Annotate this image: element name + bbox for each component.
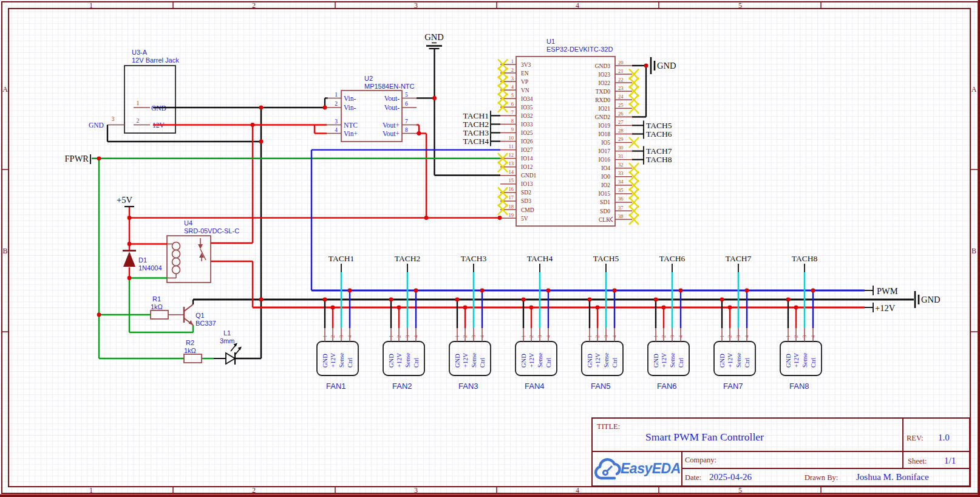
refdes[interactable]: L1 [223,329,231,337]
label: 20 [618,60,624,66]
fan-pin-name: Ctrl [678,358,684,368]
value[interactable]: SRD-05VDC-SL-C [184,227,239,235]
net-label-pwm[interactable]: PWM [877,286,898,296]
value[interactable]: BC337 [196,320,216,327]
barrel-jack-body[interactable] [124,66,175,133]
fan-name[interactable]: FAN7 [723,382,743,391]
pin-name: TXD0 [596,89,611,95]
fan-name[interactable]: FAN1 [326,382,346,391]
junction-dot [323,106,327,110]
junction-dot [596,306,600,310]
pin-name: IO19 [598,123,610,129]
net-label-gnd[interactable]: GND [921,295,940,304]
fan-name[interactable]: FAN5 [591,382,611,391]
pin-name: IO15 [598,191,610,197]
net-label-tach[interactable]: TACH5 [646,121,672,130]
label: 1 [653,335,659,338]
fan-name[interactable]: FAN6 [657,382,677,391]
pin-name: Vout+ [383,130,400,137]
label: 5 [511,92,514,98]
label: 2 [511,67,514,73]
net-label-gnd[interactable]: GND [424,32,443,42]
fan-name[interactable]: FAN3 [458,382,478,391]
net-label-tach[interactable]: TACH4 [463,137,489,146]
fan-pin-name: Sense [669,352,676,368]
drawn-by-value[interactable]: Joshua M. Boniface [856,472,929,482]
easyeda-logo-node-icon [603,470,607,475]
net-label-tach[interactable]: TACH1 [463,111,489,120]
refdes[interactable]: U1 [546,38,555,45]
label: 38 [618,213,624,219]
pin-name: Vin+ [344,130,358,137]
sheet-value[interactable]: 1/1 [944,456,956,466]
fan-pin-name: Ctrl [744,358,750,368]
pin-name: IO26 [521,139,533,145]
frame-col-number: 2 [252,1,256,10]
net-label-tach[interactable]: TACH6 [646,129,672,139]
net-label-tach[interactable]: TACH7 [726,254,752,263]
junction-dot [522,298,526,302]
net-label-tach[interactable]: TACH3 [463,128,489,137]
frame-outer-border[interactable] [2,2,978,493]
refdes[interactable]: U3-A [132,49,148,56]
label: 1 [719,335,725,338]
refdes[interactable]: D1 [138,256,147,264]
net-label-tach[interactable]: TACH5 [593,254,619,263]
label: 1 [322,335,328,338]
value[interactable]: 1kΩ [184,347,196,354]
frame-col-number: 4 [576,486,579,495]
label: 23 [618,85,624,91]
date-value[interactable]: 2025-04-26 [709,472,752,482]
value[interactable]: 3mm [220,337,234,344]
value[interactable]: 1kΩ [151,303,163,310]
junction-dot [588,298,592,302]
pin-name: GND2 [595,114,611,120]
net-label-tach[interactable]: TACH1 [328,254,354,263]
net-label-tach[interactable]: TACH8 [792,254,818,263]
net-label-tach[interactable]: TACH8 [646,155,672,164]
fan-name[interactable]: FAN4 [525,382,545,391]
fan-name[interactable]: FAN2 [392,382,412,391]
label: 2 [396,335,402,338]
net-label-tach[interactable]: TACH2 [463,120,489,129]
fan-name[interactable]: FAN8 [789,382,809,391]
refdes[interactable]: R2 [186,339,194,346]
sheet-title[interactable]: Smart PWM Fan Controller [645,431,764,444]
junction-dot [745,289,749,293]
value[interactable]: 12V Barrel Jack [132,57,179,64]
label: 21 [618,68,624,74]
junction-dot [794,306,798,310]
refdes[interactable]: U4 [184,219,192,227]
net-label-tach[interactable]: TACH7 [646,146,672,156]
fan-pin-name: Ctrl [545,358,552,368]
net-label-12v[interactable]: +12V [875,303,896,313]
value[interactable]: ESP32-DEVKITC-32D [546,46,613,53]
net-label-5v[interactable]: +5V [117,195,132,205]
fan-pin-name: Ctrl [479,358,486,368]
value[interactable]: MP1584EN-NTC [364,83,415,90]
junction-dot [331,306,335,310]
label: 2 [793,335,799,338]
refdes[interactable]: U2 [364,75,373,82]
net-label-fpwr[interactable]: FPWR [65,154,89,163]
easyeda-logo-text: EasyEDA [621,461,681,477]
net-label-gnd[interactable]: GND [657,61,676,70]
rev-value[interactable]: 1.0 [938,433,950,443]
net-label-tach[interactable]: TACH2 [395,254,420,263]
frame-inner-border[interactable] [9,9,970,487]
label: 4 [335,127,338,133]
value[interactable]: 1N4004 [138,264,162,272]
pin-name: GND [89,122,104,129]
fan-pin-name: Sense [801,352,808,368]
net-label-tach[interactable]: TACH6 [659,254,686,263]
refdes[interactable]: R1 [152,295,161,303]
label: 8 [405,127,408,133]
net-label-tach[interactable]: TACH3 [461,254,487,263]
resistor-r2[interactable] [184,354,202,363]
schematic-canvas[interactable]: 1122334455AABBU3-A12V Barrel Jack123GND1… [0,0,980,497]
pin-name: VP [521,79,528,85]
refdes[interactable]: Q1 [196,312,205,319]
resistor-r1[interactable] [151,310,168,319]
net-label-tach[interactable]: TACH4 [527,254,553,263]
label: 1 [511,58,514,64]
